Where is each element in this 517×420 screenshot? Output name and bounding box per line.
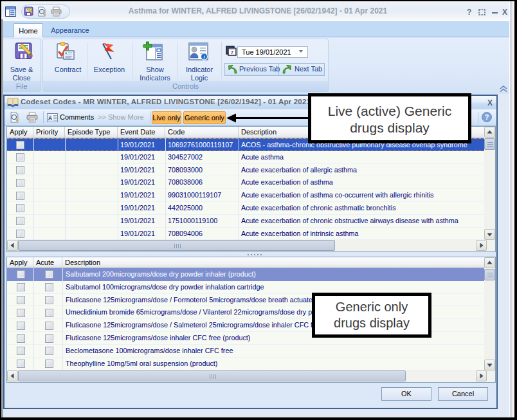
svg-text:7: 7 (231, 50, 234, 55)
svg-text:?: ? (485, 113, 489, 121)
svg-text:A: A (48, 115, 53, 122)
